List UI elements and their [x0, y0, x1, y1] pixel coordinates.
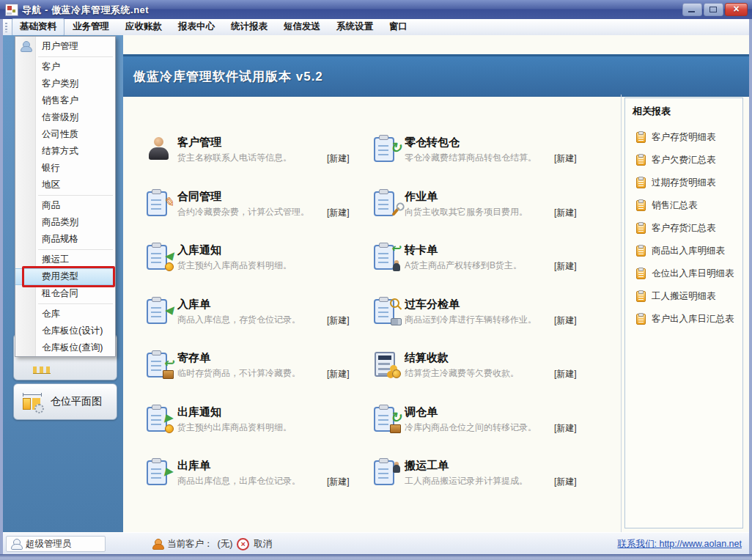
cancel-icon[interactable]: ×	[237, 538, 249, 550]
menu-item-statistics[interactable]: 统计报表	[223, 18, 276, 36]
module-inbound-notice[interactable]: 入库通知 货主预约入库商品资料明细。	[145, 243, 365, 277]
module-title[interactable]: 零仓转包仓	[405, 136, 559, 149]
dropdown-item-company-nature[interactable]: 公司性质	[15, 126, 115, 143]
new-link[interactable]: [新建]	[554, 260, 577, 273]
module-deposit-order[interactable]: 寄存单 临时存货商品，不计算冷藏费。 [新建]	[145, 351, 365, 385]
dropdown-item-settlement-method[interactable]: 结算方式	[15, 143, 115, 160]
module-work-order[interactable]: 作业单 向货主收取其它服务项目费用。 [新建]	[372, 190, 592, 224]
new-link[interactable]: [新建]	[327, 152, 350, 165]
module-outbound-order[interactable]: 出库单 商品出库信息，出库仓位记录。 [新建]	[145, 459, 365, 493]
current-user-box: 超级管理员	[6, 536, 106, 552]
dropdown-item-warehouse-slot-query[interactable]: 仓库板位(查询)	[15, 339, 115, 356]
module-vehicle-inspection[interactable]: 过车分检单 商品运到冷库进行车辆转移作业。 [新建]	[372, 298, 592, 331]
new-link[interactable]: [新建]	[554, 476, 577, 488]
menu-item-business[interactable]: 业务管理	[64, 18, 117, 36]
module-title[interactable]: 出库单	[177, 459, 331, 472]
module-customer-management[interactable]: 客户管理 货主名称联系人电话等信息。 [新建]	[145, 136, 365, 169]
menu-item-sms[interactable]: 短信发送	[276, 18, 328, 36]
warehouse-plan-button[interactable]: 仓位平面图	[13, 383, 117, 420]
new-link[interactable]: [新建]	[554, 152, 577, 165]
dropdown-item-product[interactable]: 商品	[15, 197, 115, 214]
clipboard-outbound-bell-icon	[145, 405, 172, 432]
module-transfer-card[interactable]: 转卡单 A货主商品产权转移到B货主。 [新建]	[372, 243, 592, 277]
related-reports-panel: 相关报表 客户存货明细表 客户欠费汇总表 过期存货明细表 销售汇总表 客户存货汇…	[624, 97, 743, 528]
dropdown-item-porter[interactable]: 搬运工	[15, 251, 115, 268]
menu-item-receivables[interactable]: 应收账款	[117, 18, 170, 36]
module-outbound-notice[interactable]: 出库通知 货主预约出库商品资料明细。	[145, 405, 365, 439]
menu-item-settings[interactable]: 系统设置	[328, 18, 381, 36]
status-bar: 超级管理员 当前客户： (无) × 取消 联系我们: http://www.ao…	[3, 532, 749, 555]
new-link[interactable]: [新建]	[554, 207, 577, 219]
report-link-expired-stock-detail[interactable]: 过期存货明细表	[625, 172, 742, 194]
module-title[interactable]: 客户管理	[177, 136, 331, 149]
module-title[interactable]: 入库单	[177, 298, 331, 311]
module-title[interactable]: 合同管理	[177, 190, 331, 203]
module-title[interactable]: 结算收款	[405, 351, 559, 364]
clipboard-inbound-bell-icon	[145, 243, 172, 270]
module-desc: A货主商品产权转移到B货主。	[405, 259, 559, 271]
dropdown-item-bank[interactable]: 银行	[15, 160, 115, 177]
module-desc: 货主预约入库商品资料明细。	[177, 259, 331, 271]
report-icon	[636, 132, 646, 143]
dropdown-item-customer-category[interactable]: 客户类别	[15, 75, 115, 92]
app-icon[interactable]	[5, 4, 18, 16]
module-zero-to-package[interactable]: 零仓转包仓 零仓冷藏费结算商品转包仓结算。 [新建]	[372, 136, 592, 169]
window-border-right	[749, 19, 752, 554]
new-link[interactable]: [新建]	[327, 476, 350, 488]
dropdown-item-customer[interactable]: 客户	[15, 59, 115, 75]
new-link[interactable]: [新建]	[554, 368, 577, 380]
module-title[interactable]: 出库通知	[177, 405, 331, 419]
module-title[interactable]: 过车分检单	[405, 298, 559, 311]
module-title[interactable]: 调仓单	[405, 405, 559, 419]
dropdown-item-user-management[interactable]: 用户管理	[15, 38, 115, 55]
dropdown-item-product-category[interactable]: 商品类别	[15, 214, 115, 231]
module-relocation-order[interactable]: 调仓单 冷库内商品仓位之间的转移记录。 [新建]	[372, 405, 592, 439]
report-link-customer-arrears-summary[interactable]: 客户欠费汇总表	[625, 149, 742, 172]
report-link-customer-stock-detail[interactable]: 客户存货明细表	[625, 126, 742, 149]
report-link-product-inout-detail[interactable]: 商品出入库明细表	[625, 240, 742, 262]
report-link-worker-handling-detail[interactable]: 工人搬运明细表	[625, 285, 742, 308]
report-icon	[636, 223, 646, 234]
module-title[interactable]: 搬运工单	[405, 459, 559, 472]
dropdown-item-warehouse-slot-design[interactable]: 仓库板位(设计)	[15, 323, 115, 339]
menu-item-basic-data[interactable]: 基础资料	[12, 18, 64, 36]
person-icon	[21, 41, 31, 52]
banner: 傲蓝冷库管理软件试用版本 v5.2	[123, 54, 749, 97]
menu-item-report-center[interactable]: 报表中心	[170, 18, 223, 36]
report-link-slot-inout-daily-detail[interactable]: 仓位出入库日明细表	[625, 262, 742, 285]
cancel-label[interactable]: 取消	[254, 538, 272, 550]
menu-item-window[interactable]: 窗口	[381, 18, 416, 36]
report-icon	[636, 155, 646, 166]
new-link[interactable]: [新建]	[554, 422, 577, 435]
module-desc: 商品运到冷库进行车辆转移作业。	[405, 314, 559, 325]
dropdown-item-fee-type[interactable]: 费用类型	[15, 268, 115, 285]
new-link[interactable]: [新建]	[554, 314, 577, 327]
minimize-button[interactable]	[682, 3, 702, 16]
dropdown-item-region[interactable]: 地区	[15, 177, 115, 194]
dropdown-item-warehouse[interactable]: 仓库	[15, 306, 115, 323]
module-title[interactable]: 寄存单	[177, 351, 331, 364]
report-link-customer-stock-summary[interactable]: 客户存货汇总表	[625, 217, 742, 240]
module-inbound-order[interactable]: 入库单 商品入库信息，存货仓位记录。 [新建]	[145, 298, 365, 331]
dropdown-item-product-spec[interactable]: 商品规格	[15, 231, 115, 248]
report-icon	[636, 314, 646, 325]
module-contract-management[interactable]: 合同管理 合约冷藏费杂费，计算公式管理。 [新建]	[145, 190, 365, 224]
contact-link[interactable]: 联系我们: http://www.aolan.net	[617, 539, 742, 549]
report-link-sales-summary[interactable]: 销售汇总表	[625, 194, 742, 217]
module-title[interactable]: 转卡单	[405, 243, 559, 257]
new-link[interactable]: [新建]	[327, 207, 350, 219]
module-porter-order[interactable]: 搬运工单 工人商品搬运记录并计算提成。 [新建]	[372, 459, 592, 493]
report-link-customer-inout-daily-summary[interactable]: 客户出入库日汇总表	[625, 308, 742, 331]
new-link[interactable]: [新建]	[327, 368, 350, 380]
module-settlement[interactable]: 结算收款 结算货主冷藏费等欠费收款。 [新建]	[372, 351, 592, 385]
basic-data-dropdown-menu: 用户管理 客户 客户类别 销售客户 信誉级别 公司性质 结算方式 银行 地区 商…	[15, 36, 116, 357]
dropdown-item-warehouse-lease-contract[interactable]: 租仓合同	[15, 285, 115, 302]
maximize-button[interactable]	[704, 3, 723, 16]
new-link[interactable]: [新建]	[327, 314, 350, 327]
module-title[interactable]: 入库通知	[177, 243, 331, 257]
close-button[interactable]	[725, 3, 748, 16]
current-user-label: 超级管理员	[26, 538, 72, 550]
dropdown-item-sales-customer[interactable]: 销售客户	[15, 92, 115, 109]
module-title[interactable]: 作业单	[405, 190, 559, 203]
dropdown-item-credit-level[interactable]: 信誉级别	[15, 109, 115, 126]
